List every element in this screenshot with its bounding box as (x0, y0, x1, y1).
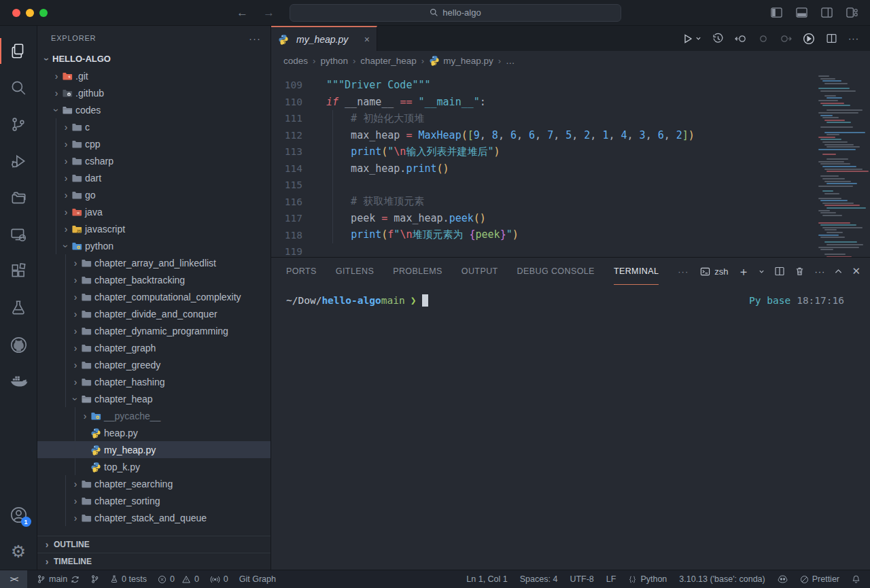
extensions-icon[interactable] (0, 253, 37, 290)
git-graph-button[interactable]: Git Graph (239, 574, 276, 584)
tree-item-java[interactable]: ›java (37, 203, 271, 220)
goto-next-change-icon[interactable] (780, 33, 792, 44)
code-line-117[interactable]: 117 peek = max_heap.peek() (271, 210, 870, 227)
panel-tabs-more-icon[interactable]: ··· (678, 266, 689, 277)
chevron-right-icon[interactable]: › (60, 190, 71, 201)
docker-icon[interactable] (0, 363, 37, 400)
navigate-back-icon[interactable]: ← (237, 6, 248, 20)
code-editor[interactable]: 109"""Driver Code"""110if __name__ == "_… (271, 70, 870, 257)
terminal-area[interactable]: ~/Dow/hello-algo main❯ Py base 18:17:16 (271, 285, 870, 570)
timeline-section[interactable]: ›TIMELINE (37, 553, 271, 570)
chevron-right-icon[interactable]: › (70, 479, 81, 489)
language-mode[interactable]: Python (628, 574, 667, 584)
prettier-indicator[interactable]: Prettier (800, 574, 839, 584)
explorer-more-actions-icon[interactable]: ··· (249, 33, 261, 44)
code-line-116[interactable]: 116 # 获取堆顶元素 (271, 194, 870, 211)
indentation-indicator[interactable]: Spaces: 4 (520, 574, 558, 584)
panel-tab-debug-console[interactable]: DEBUG CONSOLE (517, 258, 595, 285)
chevron-right-icon[interactable]: › (60, 139, 71, 150)
github-icon[interactable] (0, 326, 37, 363)
changes-icon[interactable] (758, 33, 769, 44)
search-icon[interactable] (0, 69, 37, 106)
tree-item-chapter-greedy[interactable]: ›chapter_greedy (37, 356, 271, 373)
chevron-right-icon[interactable]: › (80, 411, 90, 421)
editor-more-actions-icon[interactable]: ··· (848, 33, 859, 44)
tree-item-chapter-dynamic-programming[interactable]: ›chapter_dynamic_programming (37, 322, 271, 339)
chevron-right-icon[interactable]: › (70, 326, 81, 336)
remote-indicator[interactable]: >< (0, 570, 27, 588)
tree-item-csharp[interactable]: ›csharp (37, 152, 271, 169)
tree-item-chapter-searching[interactable]: ›chapter_searching (37, 475, 271, 492)
kill-terminal-icon[interactable] (795, 266, 805, 277)
tree-item-python[interactable]: ›python (37, 237, 271, 254)
tree-root-hello-algo[interactable]: ›HELLO-ALGO (37, 50, 271, 67)
code-line-119[interactable]: 119 (271, 243, 870, 257)
tree-item--git[interactable]: ›.git (37, 67, 271, 84)
eol-indicator[interactable]: LF (606, 574, 616, 584)
tree-item-cpp[interactable]: ›cpp (37, 135, 271, 152)
tree-item--github[interactable]: ›.github (37, 84, 271, 101)
tree-item-heap-py[interactable]: heap.py (37, 424, 271, 441)
branch-indicator[interactable]: main (37, 574, 80, 584)
outline-section[interactable]: ›OUTLINE (37, 536, 271, 553)
maximize-window-button[interactable] (39, 9, 48, 17)
notifications-bell[interactable] (852, 574, 860, 584)
chevron-down-icon[interactable]: › (41, 54, 52, 65)
close-panel-icon[interactable]: ✕ (852, 265, 860, 277)
chevron-right-icon[interactable]: › (60, 156, 71, 167)
chevron-right-icon[interactable]: › (70, 275, 81, 286)
customize-layout-icon[interactable] (846, 7, 858, 18)
close-window-button[interactable] (12, 9, 20, 17)
breadcrumb-item[interactable]: my_heap.py (429, 55, 493, 66)
code-line-114[interactable]: 114 max_heap.print() (271, 160, 870, 177)
chevron-right-icon[interactable]: › (60, 207, 71, 218)
chevron-right-icon[interactable]: › (70, 513, 81, 523)
chevron-right-icon[interactable]: › (70, 496, 81, 506)
cursor-position[interactable]: Ln 1, Col 1 (466, 574, 507, 584)
chevron-right-icon[interactable]: › (70, 377, 81, 387)
minimize-window-button[interactable] (26, 9, 34, 17)
file-history-icon[interactable] (712, 33, 724, 44)
chevron-right-icon[interactable]: › (51, 88, 62, 99)
chevron-right-icon[interactable]: › (51, 71, 62, 82)
breadcrumb-item[interactable]: python (320, 56, 348, 66)
encoding-indicator[interactable]: UTF-8 (570, 574, 593, 584)
accounts-icon[interactable]: 1 (0, 496, 37, 533)
tree-item-my-heap-py[interactable]: my_heap.py (37, 441, 271, 458)
tree-item-top-k-py[interactable]: top_k.py (37, 458, 271, 475)
run-or-debug-icon[interactable] (803, 33, 815, 45)
tree-item-javascript[interactable]: ›JSjavascript (37, 220, 271, 237)
tree-item-chapter-backtracking[interactable]: ›chapter_backtracking (37, 271, 271, 288)
panel-tab-ports[interactable]: PORTS (286, 258, 317, 285)
minimap[interactable] (812, 70, 865, 257)
copilot-indicator[interactable] (778, 574, 788, 584)
chevron-right-icon[interactable]: › (60, 122, 71, 133)
terminal-dropdown-icon[interactable] (759, 269, 765, 275)
run-dropdown-icon[interactable] (695, 35, 701, 41)
tree-item-chapter-hashing[interactable]: ›chapter_hashing (37, 373, 271, 390)
panel-tab-terminal[interactable]: TERMINAL (614, 258, 659, 285)
chevron-down-icon[interactable]: › (51, 105, 62, 116)
tree-item-chapter-array-and-linkedlist[interactable]: ›chapter_array_and_linkedlist (37, 254, 271, 271)
chevron-right-icon[interactable]: › (60, 224, 71, 235)
goto-prev-change-icon[interactable] (735, 33, 747, 44)
explorer-icon[interactable] (0, 33, 37, 69)
broadcast-indicator[interactable]: 0 (210, 574, 228, 584)
split-terminal-icon[interactable] (774, 266, 785, 277)
toggle-secondary-sidebar-icon[interactable] (821, 7, 833, 18)
maximize-panel-icon[interactable] (835, 269, 842, 274)
navigate-forward-icon[interactable]: → (263, 6, 275, 20)
gitlens-indicator[interactable] (90, 574, 99, 584)
chevron-right-icon[interactable]: › (70, 292, 81, 302)
tree-item-chapter-sorting[interactable]: ›chapter_sorting (37, 492, 271, 509)
code-line-118[interactable]: 118 print(f"\n堆顶元素为 {peek}") (271, 227, 870, 244)
terminal-shell-selector[interactable]: zsh (700, 266, 728, 277)
tree-item--pycache-[interactable]: ›__pycache__ (37, 407, 271, 424)
panel-tab-problems[interactable]: PROBLEMS (393, 258, 442, 285)
chevron-right-icon[interactable]: › (70, 258, 81, 269)
tree-item-chapter-divide-and-conquer[interactable]: ›chapter_divide_and_conquer (37, 305, 271, 322)
tests-indicator[interactable]: 0 tests (110, 574, 147, 584)
code-line-110[interactable]: 110if __name__ == "__main__": (271, 94, 870, 111)
chevron-right-icon[interactable]: › (70, 343, 81, 353)
split-editor-icon[interactable] (826, 33, 837, 44)
